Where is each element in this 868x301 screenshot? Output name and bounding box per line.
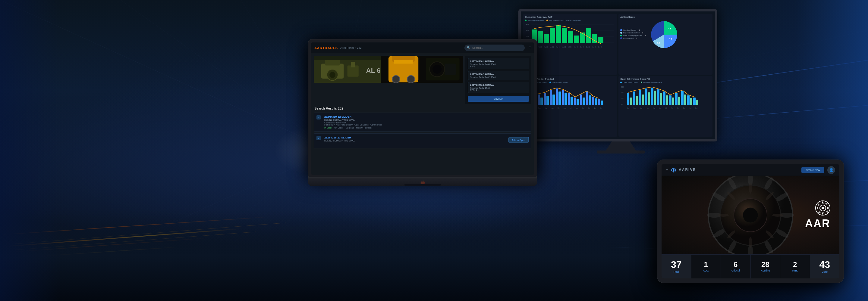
tat2-chart: 150 100 50 [525, 84, 615, 109]
open-so-chart: 200 150 100 50 [620, 84, 711, 109]
ali-result-row-1: ✓ 232N4319-12 SLIDER BOEING COMPANY THE … [314, 112, 531, 132]
ali-side-rfq-1: RFQ: ... [470, 65, 527, 67]
blue-glow-left [0, 0, 60, 301]
view-list-button[interactable]: View List [468, 96, 529, 102]
aar-stat-critical: 6 Critical [721, 255, 751, 278]
open-so-legend-2: Open Purchase Orders [641, 81, 662, 83]
svg-text:Nov: Nov [689, 107, 692, 109]
svg-rect-124 [666, 95, 668, 105]
ali-logo-aar: AARTRADES [314, 46, 338, 50]
ali-results-title: Search Results 232 [314, 106, 531, 110]
svg-rect-70 [540, 98, 543, 105]
ali-hero-section: AL 6 [314, 56, 531, 104]
svg-rect-132 [690, 98, 692, 105]
svg-text:Aug-21: Aug-21 [574, 46, 578, 48]
svg-rect-36 [550, 28, 555, 43]
open-so-legend-1: Open Sales Orders [620, 81, 638, 83]
ali-side-detail-3: Selected Parts: 2546 [470, 87, 527, 89]
action-dot-4 [620, 37, 622, 39]
aar-user-icon[interactable]: 👤 [827, 166, 835, 174]
svg-rect-41 [580, 33, 585, 43]
svg-text:19: 19 [669, 38, 672, 41]
legend-bar: # of Supplier Quotes [525, 20, 544, 21]
svg-point-160 [407, 75, 415, 83]
svg-rect-84 [583, 98, 585, 105]
svg-rect-134 [696, 100, 698, 105]
action-dot-1 [620, 29, 622, 31]
svg-text:Mar: Mar [545, 107, 547, 109]
svg-text:AL 6: AL 6 [366, 67, 381, 74]
ali-add-to-open-btn[interactable]: Add to Open [508, 137, 529, 143]
svg-text:Dec: Dec [695, 107, 698, 109]
svg-rect-112 [629, 98, 632, 105]
svg-rect-155 [351, 62, 355, 67]
svg-point-192 [718, 214, 729, 217]
svg-point-198 [822, 207, 824, 209]
breadcrumb-count: 232 [357, 46, 362, 49]
svg-rect-114 [636, 96, 638, 105]
laptop-bottom: 🍎 [308, 179, 537, 186]
tat2-legend-2: Open Sales Orders [550, 81, 567, 83]
ali-app-logo: AARTRADES [314, 46, 338, 50]
svg-rect-111 [627, 93, 629, 105]
breadcrumb-home[interactable]: AAR Portal [340, 46, 354, 49]
svg-rect-131 [687, 95, 689, 105]
bar-chart-container: 400 300 200 100 [525, 22, 615, 49]
svg-rect-44 [598, 37, 603, 43]
svg-rect-165 [444, 64, 456, 75]
ali-row1-icon: ✓ [316, 115, 321, 120]
aar-create-button[interactable]: Create New [801, 167, 824, 173]
svg-point-188 [772, 214, 783, 217]
ali-side-detail-1: Selected Parts: 2440, 2540 [470, 63, 527, 65]
svg-rect-122 [660, 93, 662, 105]
svg-text:Oct: Oct [683, 107, 685, 109]
ali-share-icon[interactable]: ⤴ [529, 46, 531, 50]
laptop-wrapper: AARTRADES AAR Portal › 232 🔍 ⤴ [308, 39, 537, 186]
aar-menu-icon[interactable]: ≡ [666, 168, 668, 172]
svg-rect-37 [556, 25, 561, 43]
legend-line: Avg. Duration For Customer to Approve [547, 20, 581, 21]
laptop-hinge [308, 177, 537, 179]
ali-row1-in-stock: In Stock [324, 127, 332, 129]
action-item-4: Past Due PO 3 [620, 37, 646, 39]
ali-search-bar[interactable]: 🔍 [464, 44, 525, 51]
aar-routine-value: 28 [761, 261, 770, 268]
svg-text:Sep: Sep [677, 107, 680, 109]
svg-rect-40 [574, 35, 579, 43]
ali-row1-fulfilled: Fulfilled By: AAR Parts Supply - OEM Sol… [324, 124, 529, 126]
ali-row1-meta: Condition: Factory New [324, 122, 529, 124]
laptop-screen-border: AARTRADES AAR Portal › 232 🔍 ⤴ [308, 39, 537, 177]
monitor-base [597, 150, 645, 154]
svg-text:Jul-21: Jul-21 [568, 46, 572, 48]
svg-rect-151 [325, 60, 340, 66]
svg-rect-133 [693, 98, 695, 105]
dashboard-monitor-wrapper: Customer Approval TAT # of Supplier Quot… [518, 9, 723, 160]
ali-row2-company: BOEING COMPANY THE BLVD. [324, 140, 506, 142]
ali-search-input[interactable] [472, 46, 522, 49]
monitor-stand [606, 141, 636, 150]
svg-rect-73 [550, 90, 552, 105]
aar-pool-label: Pool [674, 270, 679, 273]
svg-rect-82 [577, 99, 579, 105]
svg-text:May-21: May-21 [556, 46, 561, 48]
svg-point-190 [749, 237, 752, 248]
aar-brand-icon [815, 200, 830, 215]
bar-chart-svg: 400 300 200 100 [525, 22, 615, 49]
svg-rect-118 [648, 92, 650, 105]
svg-rect-113 [633, 92, 635, 105]
ali-side-part-3: 252T14RS-3 ACTRAY [470, 84, 527, 87]
action-item-3: Final Posting Approvals 3 [620, 35, 646, 36]
svg-rect-120 [654, 91, 656, 105]
svg-rect-127 [675, 93, 678, 105]
aar-pool-value: 37 [671, 260, 682, 269]
svg-text:Mar: Mar [640, 107, 643, 109]
svg-text:100: 100 [621, 98, 624, 99]
svg-rect-128 [678, 97, 680, 105]
svg-rect-81 [574, 98, 576, 105]
svg-text:Feb-21: Feb-21 [538, 46, 542, 48]
svg-rect-87 [592, 97, 594, 105]
aar-core-value: 43 [819, 260, 830, 269]
ali-side-result-3: 252T14RS-3 ACTRAY Selected Parts: 2546 R… [468, 82, 529, 93]
monitor-screen: Customer Approval TAT # of Supplier Quot… [518, 9, 717, 141]
svg-rect-129 [681, 91, 684, 105]
